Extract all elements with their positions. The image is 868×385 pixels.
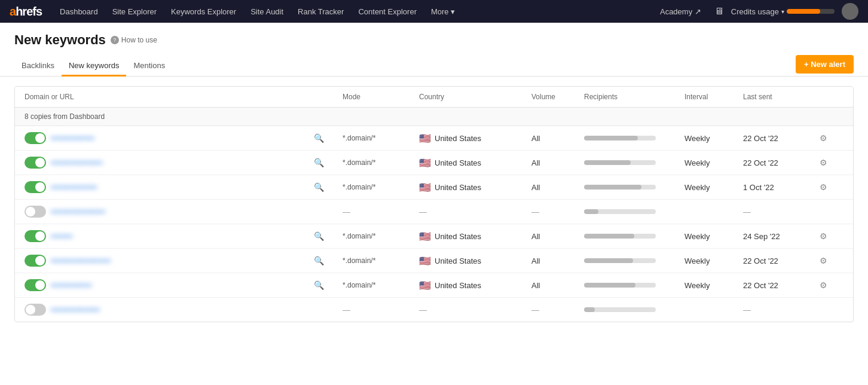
domain-url[interactable]: •••••••••••••••	[51, 281, 91, 290]
monitor-icon[interactable]: 🖥	[714, 6, 724, 17]
gear-icon[interactable]: ⚙	[820, 256, 827, 265]
recipients-bar	[584, 283, 656, 288]
gear-icon[interactable]: ⚙	[820, 182, 827, 192]
gear-cell[interactable]: ⚙	[820, 231, 843, 241]
domain-cell: •••••••••••••••••	[25, 181, 309, 193]
country-dash: —	[419, 305, 427, 314]
domain-url[interactable]: ••••••••	[51, 232, 72, 241]
user-avatar[interactable]	[842, 3, 858, 20]
country-name: United States	[435, 256, 481, 265]
volume-cell: —	[531, 305, 579, 314]
info-icon: ?	[111, 36, 119, 44]
logo[interactable]: ahrefs	[10, 5, 42, 19]
last-sent-cell: 1 Oct '22	[743, 183, 815, 192]
gear-cell[interactable]: ⚙	[820, 280, 843, 290]
search-icon[interactable]: 🔍	[314, 133, 324, 143]
gear-cell[interactable]: ⚙	[820, 256, 843, 265]
domain-url[interactable]: •••••••••••••••••••	[51, 158, 102, 167]
mode-cell: —	[343, 305, 414, 314]
domain-url[interactable]: ••••••••••••••••	[51, 134, 94, 143]
recipients-fill	[584, 209, 598, 214]
tab-backlinks[interactable]: Backlinks	[14, 56, 62, 77]
search-cell[interactable]: 🔍	[314, 280, 338, 290]
domain-cell: •••••••••••••••••••	[25, 157, 309, 169]
recipients-fill	[584, 258, 633, 263]
group-label: 8 copies from Dashboard	[15, 108, 853, 126]
recipients-cell	[584, 234, 680, 239]
table-row: •••••••• 🔍 *.domain/* 🇺🇸United States Al…	[15, 224, 853, 249]
interval-cell: Weekly	[684, 183, 738, 192]
nav-item-site-audit[interactable]: Site Audit	[244, 0, 289, 23]
interval-cell: Weekly	[684, 158, 738, 167]
nav-item-content-explorer[interactable]: Content Explorer	[352, 0, 423, 23]
toggle-switch[interactable]	[25, 304, 46, 316]
search-cell[interactable]: 🔍	[314, 133, 338, 143]
nav-item-academy[interactable]: Academy ↗	[654, 0, 707, 23]
flag-icon: 🇺🇸	[419, 231, 431, 242]
search-icon[interactable]: 🔍	[314, 256, 324, 265]
search-icon[interactable]: 🔍	[314, 280, 324, 290]
flag-icon: 🇺🇸	[419, 182, 431, 193]
country-cell: 🇺🇸United States	[419, 133, 527, 144]
alerts-table: Domain or URL Mode Country Volume Recipi…	[14, 86, 854, 322]
country-cell: —	[419, 305, 527, 314]
search-icon[interactable]: 🔍	[314, 231, 324, 241]
toggle-switch[interactable]	[25, 206, 46, 218]
recipients-fill	[584, 185, 641, 190]
country-name: United States	[435, 232, 481, 241]
gear-icon[interactable]: ⚙	[820, 231, 827, 241]
gear-icon[interactable]: ⚙	[820, 158, 827, 167]
domain-cell: ••••••••••••••••	[25, 132, 309, 144]
nav-item-keywords-explorer[interactable]: Keywords Explorer	[165, 0, 242, 23]
search-cell[interactable]: 🔍	[314, 182, 338, 192]
nav-item-dashboard[interactable]: Dashboard	[54, 0, 104, 23]
search-icon[interactable]: 🔍	[314, 158, 324, 167]
new-alert-button[interactable]: + New alert	[796, 55, 854, 74]
country-name: United States	[435, 281, 481, 290]
gear-icon[interactable]: ⚙	[820, 280, 827, 290]
nav-item-rank-tracker[interactable]: Rank Tracker	[292, 0, 350, 23]
interval-cell: Weekly	[684, 134, 738, 143]
credits-usage[interactable]: Credits usage ▾	[731, 7, 835, 16]
search-icon[interactable]: 🔍	[314, 182, 324, 192]
mode-cell: *.domain/*	[343, 232, 414, 240]
search-cell[interactable]: 🔍	[314, 256, 338, 265]
mode-cell: *.domain/*	[343, 158, 414, 167]
tab-new-keywords[interactable]: New keywords	[62, 56, 127, 77]
recipients-cell	[584, 209, 680, 214]
recipients-fill	[584, 283, 635, 288]
col-actions	[820, 93, 843, 101]
volume-cell: All	[531, 232, 579, 241]
mode-cell: *.domain/*	[343, 281, 414, 289]
gear-cell[interactable]: ⚙	[820, 133, 843, 143]
mode-cell: *.domain/*	[343, 256, 414, 265]
nav-item-more[interactable]: More ▾	[425, 0, 461, 23]
tab-mentions[interactable]: Mentions	[126, 56, 172, 77]
credits-fill	[787, 9, 820, 14]
gear-cell[interactable]: ⚙	[820, 182, 843, 192]
last-sent-cell: 22 Oct '22	[743, 256, 815, 265]
recipients-fill	[584, 234, 634, 239]
search-cell[interactable]: 🔍	[314, 158, 338, 167]
toggle-switch[interactable]	[25, 132, 46, 144]
domain-url[interactable]: ••••••••••••••••••••	[51, 207, 105, 216]
gear-icon[interactable]: ⚙	[820, 133, 827, 143]
toggle-switch[interactable]	[25, 230, 46, 242]
gear-cell[interactable]: ⚙	[820, 158, 843, 167]
domain-url[interactable]: ••••••••••••••••••	[51, 305, 100, 314]
toggle-switch[interactable]	[25, 279, 46, 291]
domain-url[interactable]: •••••••••••••••••	[51, 183, 97, 192]
how-to-use-link[interactable]: ? How to use	[111, 36, 157, 44]
search-cell[interactable]: 🔍	[314, 231, 338, 241]
nav-item-site-explorer[interactable]: Site Explorer	[106, 0, 163, 23]
table-row: •••••••••••••••• 🔍 *.domain/* 🇺🇸United S…	[15, 126, 853, 151]
country-cell: 🇺🇸United States	[419, 255, 527, 267]
domain-url[interactable]: ••••••••••••••••••••••	[51, 256, 111, 265]
recipients-fill	[584, 160, 631, 165]
toggle-switch[interactable]	[25, 255, 46, 267]
toggle-switch[interactable]	[25, 157, 46, 169]
toggle-switch[interactable]	[25, 181, 46, 193]
volume-cell: All	[531, 281, 579, 290]
col-mode: Mode	[343, 93, 414, 101]
mode-cell: *.domain/*	[343, 183, 414, 191]
